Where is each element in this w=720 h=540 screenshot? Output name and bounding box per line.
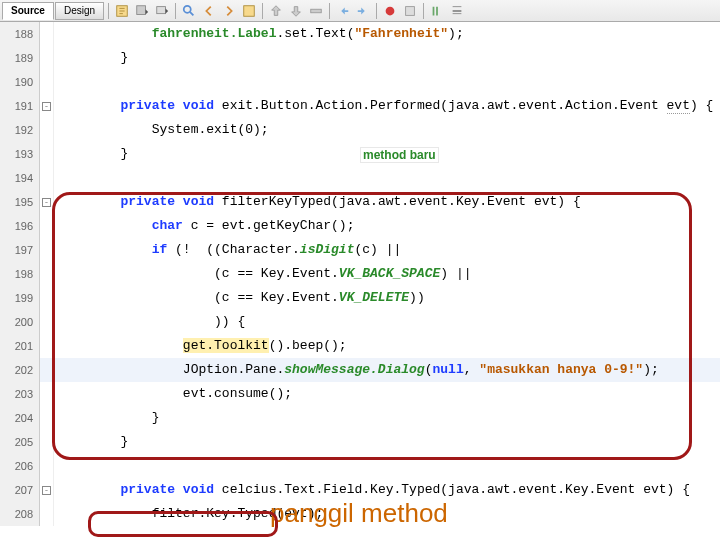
fold-toggle[interactable]: - [42, 198, 51, 207]
tab-source[interactable]: Source [2, 2, 54, 20]
svg-rect-7 [406, 6, 415, 15]
code-editor[interactable]: 188 fahrenheit.Label.set.Text("Fahrenhei… [0, 22, 720, 526]
fold-toggle[interactable]: - [42, 102, 51, 111]
toolbar: Source Design [0, 0, 720, 22]
history-icon[interactable] [113, 3, 131, 19]
record-stop-icon[interactable] [381, 3, 399, 19]
line-number: 188 [0, 22, 40, 46]
svg-point-6 [386, 6, 395, 15]
step-back-icon[interactable] [267, 3, 285, 19]
fold-toggle[interactable]: - [42, 486, 51, 495]
dropdown2-icon[interactable] [153, 3, 171, 19]
dropdown-icon[interactable] [133, 3, 151, 19]
tab-design[interactable]: Design [55, 2, 104, 20]
code-line: fahrenheit.Label.set.Text("Fahrenheit"); [54, 22, 720, 46]
record-stop2-icon[interactable] [401, 3, 419, 19]
step-down-icon[interactable] [287, 3, 305, 19]
shift-right-icon[interactable] [354, 3, 372, 19]
next-icon[interactable] [220, 3, 238, 19]
svg-rect-5 [311, 9, 322, 13]
shift-left-icon[interactable] [334, 3, 352, 19]
annotation-panggil-method: panggil method [270, 498, 448, 529]
svg-point-3 [184, 5, 191, 12]
uncomment-icon[interactable] [448, 3, 466, 19]
comment-icon[interactable] [428, 3, 446, 19]
nav-icon[interactable] [307, 3, 325, 19]
highlight-icon[interactable] [240, 3, 258, 19]
annotation-method-baru: method baru [360, 147, 439, 163]
svg-rect-4 [244, 5, 255, 16]
fold-gutter [40, 22, 54, 46]
prev-icon[interactable] [200, 3, 218, 19]
svg-rect-2 [157, 6, 166, 13]
svg-rect-1 [137, 5, 146, 14]
find-selection-icon[interactable] [180, 3, 198, 19]
